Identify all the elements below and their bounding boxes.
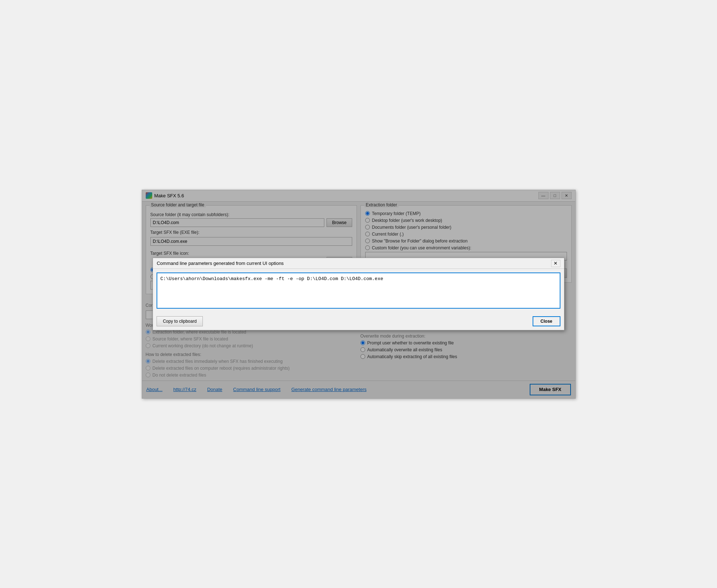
main-window: Make SFX 5.6 — □ ✕ Source folder and tar… bbox=[142, 190, 576, 399]
cmd-textarea[interactable] bbox=[157, 272, 560, 309]
modal-title-bar: Command line parameters generated from c… bbox=[153, 258, 564, 269]
modal-body bbox=[153, 269, 564, 313]
modal-footer: Copy to clipboard Close bbox=[153, 313, 564, 330]
copy-to-clipboard-button[interactable]: Copy to clipboard bbox=[157, 316, 202, 326]
modal-close-button[interactable]: Close bbox=[533, 316, 560, 326]
modal-dialog: Command line parameters generated from c… bbox=[153, 258, 564, 330]
modal-overlay: Command line parameters generated from c… bbox=[142, 190, 575, 398]
modal-title: Command line parameters generated from c… bbox=[157, 261, 283, 266]
modal-close-x-button[interactable]: ✕ bbox=[551, 260, 560, 267]
